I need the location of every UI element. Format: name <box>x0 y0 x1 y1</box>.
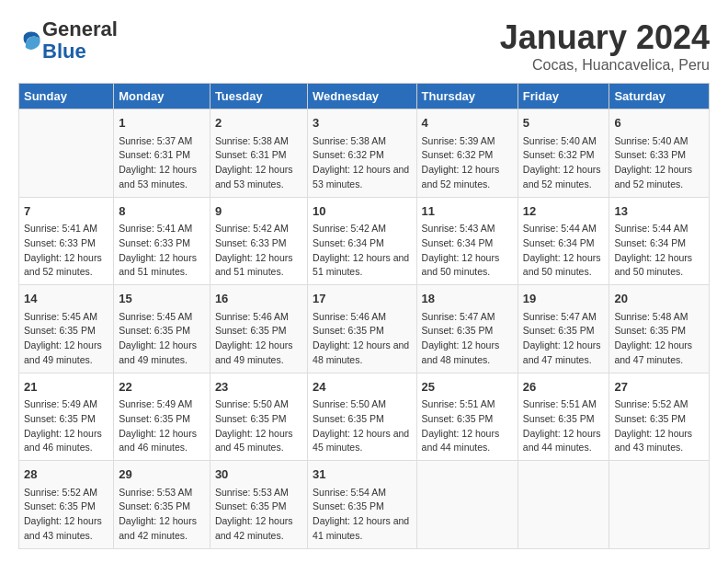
cell-w2-d4: 10Sunrise: 5:42 AM Sunset: 6:34 PM Dayli… <box>308 197 416 285</box>
day-number: 2 <box>215 114 302 132</box>
cell-w5-d1: 28Sunrise: 5:52 AM Sunset: 6:35 PM Dayli… <box>19 461 114 549</box>
cell-info: Sunrise: 5:40 AM Sunset: 6:32 PM Dayligh… <box>523 134 605 192</box>
cell-w5-d7 <box>609 461 710 549</box>
day-number: 26 <box>523 378 605 396</box>
day-number: 28 <box>24 465 108 484</box>
cell-w1-d7: 6Sunrise: 5:40 AM Sunset: 6:33 PM Daylig… <box>609 109 710 198</box>
logo-blue-text: Blue <box>42 40 86 63</box>
day-number: 14 <box>24 290 108 308</box>
cell-info: Sunrise: 5:45 AM Sunset: 6:35 PM Dayligh… <box>119 310 205 368</box>
cell-w5-d3: 30Sunrise: 5:53 AM Sunset: 6:35 PM Dayli… <box>210 461 307 549</box>
cell-info: Sunrise: 5:51 AM Sunset: 6:35 PM Dayligh… <box>422 397 513 455</box>
day-number: 9 <box>215 202 302 221</box>
cell-w4-d7: 27Sunrise: 5:52 AM Sunset: 6:35 PM Dayli… <box>609 373 710 461</box>
day-number: 22 <box>119 378 205 396</box>
cell-w4-d1: 21Sunrise: 5:49 AM Sunset: 6:35 PM Dayli… <box>19 373 114 461</box>
cell-info: Sunrise: 5:39 AM Sunset: 6:32 PM Dayligh… <box>422 134 513 192</box>
cell-info: Sunrise: 5:51 AM Sunset: 6:35 PM Dayligh… <box>523 397 605 455</box>
cell-w2-d1: 7Sunrise: 5:41 AM Sunset: 6:33 PM Daylig… <box>19 197 114 285</box>
cell-w2-d3: 9Sunrise: 5:42 AM Sunset: 6:33 PM Daylig… <box>210 197 307 285</box>
cell-w2-d7: 13Sunrise: 5:44 AM Sunset: 6:34 PM Dayli… <box>609 197 710 285</box>
cell-info: Sunrise: 5:52 AM Sunset: 6:35 PM Dayligh… <box>614 397 704 455</box>
cell-info: Sunrise: 5:44 AM Sunset: 6:34 PM Dayligh… <box>614 222 704 280</box>
cell-info: Sunrise: 5:49 AM Sunset: 6:35 PM Dayligh… <box>24 397 108 455</box>
week-row-1: 1Sunrise: 5:37 AM Sunset: 6:31 PM Daylig… <box>19 109 710 198</box>
cell-info: Sunrise: 5:48 AM Sunset: 6:35 PM Dayligh… <box>614 310 704 368</box>
day-number: 23 <box>215 378 302 396</box>
cell-info: Sunrise: 5:47 AM Sunset: 6:35 PM Dayligh… <box>422 310 513 368</box>
day-number: 25 <box>422 378 513 396</box>
day-number: 30 <box>215 465 302 484</box>
day-number: 5 <box>523 114 605 132</box>
cell-info: Sunrise: 5:38 AM Sunset: 6:32 PM Dayligh… <box>313 134 411 192</box>
cell-info: Sunrise: 5:45 AM Sunset: 6:35 PM Dayligh… <box>24 310 108 368</box>
week-row-3: 14Sunrise: 5:45 AM Sunset: 6:35 PM Dayli… <box>19 285 710 373</box>
cell-w4-d2: 22Sunrise: 5:49 AM Sunset: 6:35 PM Dayli… <box>114 373 210 461</box>
cell-w2-d2: 8Sunrise: 5:41 AM Sunset: 6:33 PM Daylig… <box>114 197 210 285</box>
cell-w4-d3: 23Sunrise: 5:50 AM Sunset: 6:35 PM Dayli… <box>210 373 307 461</box>
cell-info: Sunrise: 5:41 AM Sunset: 6:33 PM Dayligh… <box>24 222 108 280</box>
day-number: 24 <box>313 378 411 396</box>
week-row-4: 21Sunrise: 5:49 AM Sunset: 6:35 PM Dayli… <box>19 373 710 461</box>
cell-w3-d6: 19Sunrise: 5:47 AM Sunset: 6:35 PM Dayli… <box>518 285 609 373</box>
day-number: 27 <box>614 378 704 396</box>
cell-w5-d4: 31Sunrise: 5:54 AM Sunset: 6:35 PM Dayli… <box>308 461 416 549</box>
header-sunday: Sunday <box>19 84 114 109</box>
cell-info: Sunrise: 5:53 AM Sunset: 6:35 PM Dayligh… <box>215 486 302 544</box>
cell-info: Sunrise: 5:37 AM Sunset: 6:31 PM Dayligh… <box>119 134 205 192</box>
title-block: January 2024 Cocas, Huancavelica, Peru <box>500 18 710 74</box>
cell-w1-d1 <box>19 109 114 198</box>
location-text: Cocas, Huancavelica, Peru <box>500 57 710 74</box>
day-number: 12 <box>523 202 605 221</box>
day-number: 21 <box>24 378 108 396</box>
cell-info: Sunrise: 5:54 AM Sunset: 6:35 PM Dayligh… <box>313 486 411 544</box>
day-number: 31 <box>313 465 411 484</box>
day-number: 8 <box>119 202 205 221</box>
day-number: 1 <box>119 114 205 132</box>
day-number: 17 <box>313 290 411 308</box>
day-number: 10 <box>313 202 411 221</box>
cell-info: Sunrise: 5:50 AM Sunset: 6:35 PM Dayligh… <box>313 397 411 455</box>
cell-info: Sunrise: 5:43 AM Sunset: 6:34 PM Dayligh… <box>422 222 513 280</box>
cell-w4-d4: 24Sunrise: 5:50 AM Sunset: 6:35 PM Dayli… <box>308 373 416 461</box>
day-number: 19 <box>523 290 605 308</box>
cell-w3-d5: 18Sunrise: 5:47 AM Sunset: 6:35 PM Dayli… <box>416 285 518 373</box>
week-row-2: 7Sunrise: 5:41 AM Sunset: 6:33 PM Daylig… <box>19 197 710 285</box>
cell-w3-d1: 14Sunrise: 5:45 AM Sunset: 6:35 PM Dayli… <box>19 285 114 373</box>
cell-info: Sunrise: 5:40 AM Sunset: 6:33 PM Dayligh… <box>614 134 704 192</box>
cell-info: Sunrise: 5:47 AM Sunset: 6:35 PM Dayligh… <box>523 310 605 368</box>
cell-w3-d2: 15Sunrise: 5:45 AM Sunset: 6:35 PM Dayli… <box>114 285 210 373</box>
cell-w3-d4: 17Sunrise: 5:46 AM Sunset: 6:35 PM Dayli… <box>308 285 416 373</box>
day-number: 7 <box>24 202 108 221</box>
cell-info: Sunrise: 5:42 AM Sunset: 6:34 PM Dayligh… <box>313 222 411 280</box>
day-number: 6 <box>614 114 704 132</box>
cell-info: Sunrise: 5:38 AM Sunset: 6:31 PM Dayligh… <box>215 134 302 192</box>
logo-icon <box>20 29 42 52</box>
cell-w1-d4: 3Sunrise: 5:38 AM Sunset: 6:32 PM Daylig… <box>308 109 416 198</box>
calendar-table: SundayMondayTuesdayWednesdayThursdayFrid… <box>18 83 710 549</box>
week-row-5: 28Sunrise: 5:52 AM Sunset: 6:35 PM Dayli… <box>19 461 710 549</box>
cell-w2-d6: 12Sunrise: 5:44 AM Sunset: 6:34 PM Dayli… <box>518 197 609 285</box>
day-number: 20 <box>614 290 704 308</box>
cell-info: Sunrise: 5:49 AM Sunset: 6:35 PM Dayligh… <box>119 397 205 455</box>
cell-w1-d5: 4Sunrise: 5:39 AM Sunset: 6:32 PM Daylig… <box>416 109 518 198</box>
cell-w4-d6: 26Sunrise: 5:51 AM Sunset: 6:35 PM Dayli… <box>518 373 609 461</box>
cell-info: Sunrise: 5:50 AM Sunset: 6:35 PM Dayligh… <box>215 397 302 455</box>
cell-w3-d3: 16Sunrise: 5:46 AM Sunset: 6:35 PM Dayli… <box>210 285 307 373</box>
day-number: 18 <box>422 290 513 308</box>
day-number: 3 <box>313 114 411 132</box>
day-number: 15 <box>119 290 205 308</box>
cell-info: Sunrise: 5:46 AM Sunset: 6:35 PM Dayligh… <box>313 310 411 368</box>
cell-info: Sunrise: 5:42 AM Sunset: 6:33 PM Dayligh… <box>215 222 302 280</box>
cell-w1-d6: 5Sunrise: 5:40 AM Sunset: 6:32 PM Daylig… <box>518 109 609 198</box>
cell-info: Sunrise: 5:41 AM Sunset: 6:33 PM Dayligh… <box>119 222 205 280</box>
day-number: 13 <box>614 202 704 221</box>
cell-w5-d6 <box>518 461 609 549</box>
cell-info: Sunrise: 5:53 AM Sunset: 6:35 PM Dayligh… <box>119 486 205 544</box>
cell-w2-d5: 11Sunrise: 5:43 AM Sunset: 6:34 PM Dayli… <box>416 197 518 285</box>
cell-info: Sunrise: 5:44 AM Sunset: 6:34 PM Dayligh… <box>523 222 605 280</box>
cell-w3-d7: 20Sunrise: 5:48 AM Sunset: 6:35 PM Dayli… <box>609 285 710 373</box>
header-monday: Monday <box>114 84 210 109</box>
month-title: January 2024 <box>500 18 710 57</box>
day-number: 16 <box>215 290 302 308</box>
